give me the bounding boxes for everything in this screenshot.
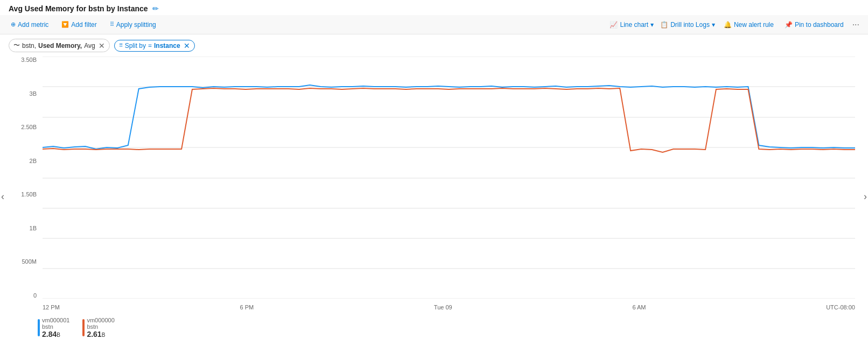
legend-info-vm000001: vm000001 bstn 2.84B xyxy=(42,317,69,338)
x-label-utc: UTC-08:00 xyxy=(826,304,855,315)
y-label-150: 1.50B xyxy=(13,191,40,197)
chart-svg-element xyxy=(43,57,855,299)
y-axis: 3.50B 3B 2.50B 2B 1.50B 1B 500M 0 xyxy=(13,57,40,299)
x-label-12pm: 12 PM xyxy=(43,304,60,315)
legend-name2-vm000001: bstn xyxy=(42,323,69,330)
x-label-6pm: 6 PM xyxy=(240,304,254,315)
split-chip-icon: ⠿ xyxy=(119,43,123,48)
split-chip-prefix: Split by xyxy=(125,42,146,50)
legend: vm000001 bstn 2.84B vm000000 bstn 2.61B xyxy=(0,315,868,341)
main-container: Avg Used Memory for bstn by Instance ✏ ⊕… xyxy=(0,0,868,360)
split-icon: ⠿ xyxy=(110,21,114,28)
line-chart-button[interactable]: 📈 Line chart ▾ xyxy=(610,21,654,29)
split-chip[interactable]: ⠿ Split by = Instance ✕ xyxy=(114,40,195,52)
metric-chip-icon: 〜 xyxy=(13,41,20,50)
legend-name1-vm000001: vm000001 xyxy=(42,317,69,323)
new-alert-button[interactable]: 🔔 New alert rule xyxy=(722,20,776,30)
chart-svg xyxy=(43,57,855,299)
header: Avg Used Memory for bstn by Instance ✏ xyxy=(0,0,868,15)
legend-value-vm000001: 2.84B xyxy=(42,330,69,338)
x-axis: 12 PM 6 PM Tue 09 6 AM UTC-08:00 xyxy=(43,304,855,315)
split-chip-close[interactable]: ✕ xyxy=(184,42,190,50)
pin-icon: 📌 xyxy=(785,21,793,29)
add-filter-button[interactable]: 🔽 Add filter xyxy=(59,20,99,30)
line-chart-chevron: ▾ xyxy=(650,21,654,29)
metric-chip-suffix: Avg xyxy=(84,42,95,50)
y-label-0: 0 xyxy=(13,292,40,299)
red-series xyxy=(43,88,855,152)
legend-name2-vm000000: bstn xyxy=(87,323,114,330)
x-label-tue09: Tue 09 xyxy=(434,304,452,315)
metric-chip[interactable]: 〜 bstn, Used Memory, Avg ✕ xyxy=(9,39,110,52)
legend-info-vm000000: vm000000 bstn 2.61B xyxy=(87,317,114,338)
metric-chip-bold: Used Memory, xyxy=(38,42,82,50)
page-title: Avg Used Memory for bstn by Instance xyxy=(9,4,148,13)
legend-header-vm000000: vm000000 bstn 2.61B xyxy=(82,317,114,338)
legend-item-vm000001: vm000001 bstn 2.84B xyxy=(38,317,69,338)
metric-chip-close[interactable]: ✕ xyxy=(99,42,105,50)
y-label-2: 2B xyxy=(13,158,40,164)
legend-header-vm000001: vm000001 bstn 2.84B xyxy=(38,317,69,338)
legend-name1-vm000000: vm000000 xyxy=(87,317,114,323)
nav-left-button[interactable]: ‹ xyxy=(1,190,4,202)
x-label-6am: 6 AM xyxy=(632,304,646,315)
alert-icon: 🔔 xyxy=(724,21,732,29)
add-metric-icon: ⊕ xyxy=(11,21,16,28)
apply-splitting-button[interactable]: ⠿ Apply splitting xyxy=(108,20,158,30)
more-options-button[interactable]: ··· xyxy=(852,20,859,30)
add-metric-button[interactable]: ⊕ Add metric xyxy=(9,20,51,30)
line-chart-icon: 📈 xyxy=(610,21,618,29)
chips-row: 〜 bstn, Used Memory, Avg ✕ ⠿ Split by = … xyxy=(0,34,868,57)
metric-chip-prefix: bstn, xyxy=(22,42,36,50)
nav-right-button[interactable]: › xyxy=(864,190,867,202)
drill-logs-icon: 📋 xyxy=(660,21,668,29)
legend-color-blue xyxy=(38,319,40,336)
drill-logs-chevron: ▾ xyxy=(712,21,715,29)
filter-icon: 🔽 xyxy=(61,21,69,28)
y-label-250: 2.50B xyxy=(13,124,40,130)
toolbar-right: 📈 Line chart ▾ 📋 Drill into Logs ▾ 🔔 New… xyxy=(610,20,859,30)
legend-value-vm000000: 2.61B xyxy=(87,330,114,338)
split-chip-value: Instance xyxy=(154,42,180,50)
legend-color-red xyxy=(82,319,85,336)
edit-icon[interactable]: ✏ xyxy=(152,4,159,13)
y-label-500: 500M xyxy=(13,258,40,265)
pin-dashboard-button[interactable]: 📌 Pin to dashboard xyxy=(782,20,846,30)
legend-item-vm000000: vm000000 bstn 2.61B xyxy=(82,317,114,338)
split-chip-operator: = xyxy=(148,42,152,50)
drill-logs-button[interactable]: 📋 Drill into Logs ▾ xyxy=(660,21,715,29)
y-label-1: 1B xyxy=(13,225,40,231)
y-label-3: 3B xyxy=(13,90,40,97)
chart-area: 3.50B 3B 2.50B 2B 1.50B 1B 500M 0 xyxy=(13,57,855,315)
toolbar: ⊕ Add metric 🔽 Add filter ⠿ Apply splitt… xyxy=(0,15,868,34)
y-label-350: 3.50B xyxy=(13,57,40,63)
toolbar-left: ⊕ Add metric 🔽 Add filter ⠿ Apply splitt… xyxy=(9,20,158,30)
